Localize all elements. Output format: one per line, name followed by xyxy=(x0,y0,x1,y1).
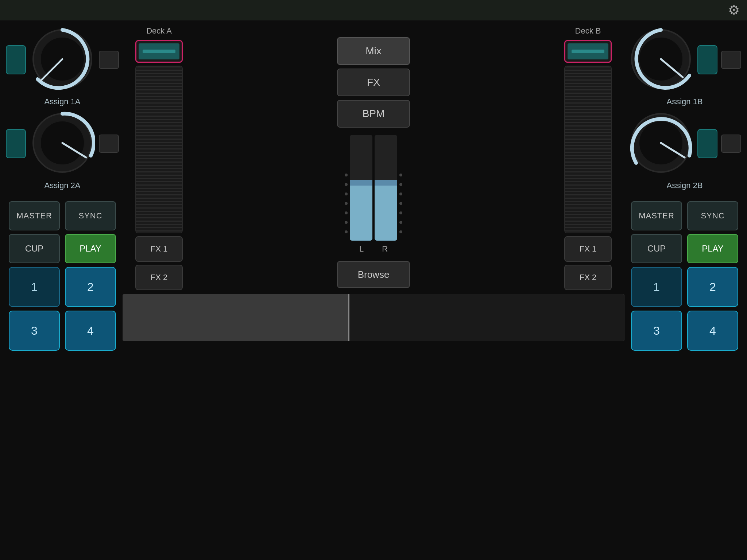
r-label: R xyxy=(382,244,388,254)
fx-btn[interactable]: FX xyxy=(337,69,410,96)
left-panel: Assign 1A Assign 2A MASTER SYNC CUP PLA xyxy=(6,26,119,554)
mixer-center: Mix FX BPM xyxy=(196,26,551,288)
assign-1b-block xyxy=(628,26,741,93)
assign-1a-knob[interactable] xyxy=(30,26,95,93)
deck-b-eq-section[interactable] xyxy=(564,40,612,63)
assign-2b-block xyxy=(628,110,741,177)
deck-a-sync-btn[interactable]: SYNC xyxy=(65,201,116,230)
right-dots xyxy=(399,174,402,241)
assign-1a-block xyxy=(6,26,119,93)
browse-btn[interactable]: Browse xyxy=(337,261,410,288)
deck-a-pad-2[interactable]: 2 xyxy=(65,267,116,307)
deck-b-fx2-btn[interactable]: FX 2 xyxy=(564,265,612,290)
volume-fader-l[interactable] xyxy=(350,135,372,241)
assign-1a-teal-btn[interactable] xyxy=(6,45,26,74)
deck-b-pad-2[interactable]: 2 xyxy=(687,267,738,307)
left-dots xyxy=(345,174,348,241)
deck-a-cup-btn[interactable]: CUP xyxy=(9,234,60,263)
assign-2a-teal-btn[interactable] xyxy=(6,129,26,158)
deck-a-pad-4[interactable]: 4 xyxy=(65,311,116,351)
deck-b-label: Deck B xyxy=(575,26,601,36)
center-area: Deck A FX 1 FX 2 Mix FX BPM xyxy=(123,26,624,554)
assign-2a-label: Assign 2A xyxy=(44,181,80,190)
bpm-btn[interactable]: BPM xyxy=(337,100,410,128)
deck-a-master-btn[interactable]: MASTER xyxy=(9,201,60,230)
l-label: L xyxy=(359,244,364,254)
waveform-area[interactable] xyxy=(123,294,624,341)
deck-b-master-btn[interactable]: MASTER xyxy=(631,201,682,230)
deck-a-play-btn[interactable]: PLAY xyxy=(65,234,116,263)
top-bar: ⚙ xyxy=(0,0,747,20)
volume-fader-r[interactable] xyxy=(375,135,397,241)
deck-a-channel-fader[interactable] xyxy=(135,66,183,233)
assign-2b-label: Assign 2B xyxy=(666,181,703,190)
deck-a-pad-1[interactable]: 1 xyxy=(9,267,60,307)
assign-1b-gray-btn[interactable] xyxy=(721,51,741,69)
deck-b-play-btn[interactable]: PLAY xyxy=(687,234,738,263)
mix-btn[interactable]: Mix xyxy=(337,37,410,65)
assign-2a-block xyxy=(6,110,119,177)
assign-1a-gray-btn[interactable] xyxy=(99,51,119,69)
deck-a-pad-3[interactable]: 3 xyxy=(9,311,60,351)
assign-2b-knob[interactable] xyxy=(628,110,694,177)
deck-a-fx2-btn[interactable]: FX 2 xyxy=(135,265,183,290)
deck-a-eq-section[interactable] xyxy=(135,40,183,63)
deck-b-channel-fader[interactable] xyxy=(564,66,612,233)
assign-2b-teal-btn[interactable] xyxy=(697,129,717,158)
assign-2b-gray-btn[interactable] xyxy=(721,135,741,153)
deck-b-cup-btn[interactable]: CUP xyxy=(631,234,682,263)
assign-2a-gray-btn[interactable] xyxy=(99,135,119,153)
right-panel: Assign 1B Assign 2B MASTER SYNC CUP PLA xyxy=(628,26,741,554)
assign-1b-label: Assign 1B xyxy=(666,97,703,106)
gear-icon[interactable]: ⚙ xyxy=(728,3,740,18)
deck-a-fx1-btn[interactable]: FX 1 xyxy=(135,236,183,262)
deck-b-pad-1[interactable]: 1 xyxy=(631,267,682,307)
deck-b-pad-4[interactable]: 4 xyxy=(687,311,738,351)
assign-1b-teal-btn[interactable] xyxy=(697,45,717,74)
deck-b-pad-3[interactable]: 3 xyxy=(631,311,682,351)
assign-1a-label: Assign 1A xyxy=(44,97,80,106)
deck-a-label: Deck A xyxy=(146,26,172,36)
deck-b-sync-btn[interactable]: SYNC xyxy=(687,201,738,230)
assign-1b-knob[interactable] xyxy=(628,26,694,93)
deck-b-fx1-btn[interactable]: FX 1 xyxy=(564,236,612,262)
assign-2a-knob[interactable] xyxy=(30,110,95,177)
